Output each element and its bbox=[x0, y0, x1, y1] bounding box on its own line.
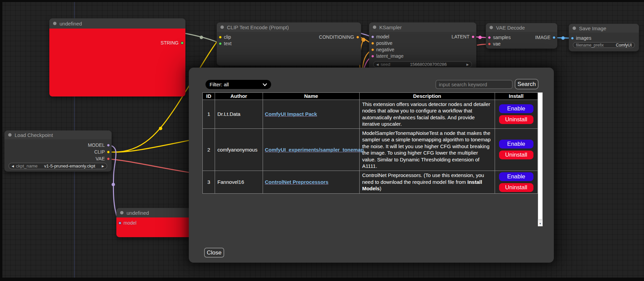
input-dot-positive[interactable] bbox=[371, 42, 374, 45]
input-dot-vae[interactable] bbox=[488, 42, 491, 46]
input-slot-images[interactable]: images bbox=[571, 35, 591, 41]
node-collapse-dot-icon[interactable] bbox=[573, 27, 576, 30]
node-title-bar[interactable]: Load Checkpoint bbox=[4, 130, 112, 139]
scrollbar-down-arrow-icon[interactable]: ▼ bbox=[538, 221, 543, 226]
enable-button[interactable]: Enable bbox=[499, 104, 533, 113]
ckpt-widget-value[interactable]: v1-5-pruned-emaonly.ckpt bbox=[40, 163, 100, 169]
extension-name-link[interactable]: ComfyUI Impact Pack bbox=[265, 111, 317, 117]
link-dot-string[interactable] bbox=[200, 36, 203, 39]
output-dot-model[interactable] bbox=[107, 144, 110, 147]
comfyui-canvas[interactable]: undefined STRING CLIP Text Encode (Promp… bbox=[0, 0, 644, 281]
close-button[interactable]: Close bbox=[204, 248, 224, 258]
node-collapse-dot-icon[interactable] bbox=[53, 22, 56, 25]
extension-name-link[interactable]: ComfyUI_experiments/sampler_tonemap bbox=[265, 147, 364, 153]
input-dot-model[interactable] bbox=[371, 35, 374, 38]
input-slot-text[interactable]: text bbox=[219, 41, 232, 46]
output-slot-conditioning[interactable]: CONDITIONING bbox=[319, 34, 359, 40]
output-slot-string[interactable]: STRING bbox=[161, 40, 184, 46]
output-dot-vae[interactable] bbox=[107, 157, 110, 160]
input-slot-vae[interactable]: vae bbox=[488, 41, 501, 47]
input-slot-negative[interactable]: negative bbox=[371, 47, 394, 52]
search-input[interactable] bbox=[435, 80, 513, 89]
output-dot-image[interactable] bbox=[552, 36, 556, 39]
enable-button[interactable]: Enable bbox=[499, 140, 533, 148]
output-slot-vae[interactable]: VAE bbox=[96, 156, 110, 161]
node-title-bar[interactable]: Save Image bbox=[569, 24, 639, 33]
node-title-text: Load Checkpoint bbox=[15, 132, 53, 138]
filename-prefix-value[interactable]: ComfyUI bbox=[606, 43, 632, 48]
input-dot-negative[interactable] bbox=[371, 48, 374, 51]
output-slot-image[interactable]: IMAGE bbox=[535, 35, 556, 40]
search-button[interactable]: Search bbox=[515, 79, 539, 89]
table-scrollbar[interactable]: ▼ bbox=[538, 92, 543, 226]
link-dot-model[interactable] bbox=[112, 183, 115, 186]
input-dot-model[interactable] bbox=[118, 222, 121, 225]
ckpt-name-widget[interactable]: ◀ ckpt_name v1-5-pruned-emaonly.ckpt ▶ bbox=[9, 163, 107, 169]
node-clip-text-encode[interactable]: CLIP Text Encode (Prompt) clip text COND… bbox=[217, 22, 361, 66]
input-dot-latent-image[interactable] bbox=[371, 55, 374, 58]
node-body[interactable]: STRING bbox=[49, 29, 185, 96]
link-dot-conditioning[interactable] bbox=[361, 38, 365, 42]
input-slot-model[interactable]: model bbox=[118, 220, 136, 226]
link-dot-latent[interactable] bbox=[478, 36, 482, 39]
node-title-bar[interactable]: VAE Decode bbox=[486, 23, 557, 32]
table-row: 3 Fannovel16 ControlNet Preprocessors Co… bbox=[203, 171, 538, 193]
input-slot-model[interactable]: model bbox=[371, 34, 389, 39]
scrollbar-thumb[interactable] bbox=[538, 92, 543, 219]
output-dot-string[interactable] bbox=[181, 41, 184, 45]
seed-widget-value[interactable]: 156680208700286 bbox=[392, 62, 464, 67]
input-slot-samples[interactable]: samples bbox=[488, 35, 511, 40]
output-dot-latent[interactable] bbox=[472, 35, 475, 38]
node-collapse-dot-icon[interactable] bbox=[490, 26, 493, 29]
input-slot-positive[interactable]: positive bbox=[371, 40, 392, 46]
seed-decrement-icon[interactable]: ◀ bbox=[376, 63, 379, 66]
output-slot-model[interactable]: MODEL bbox=[88, 142, 110, 148]
input-dot-clip[interactable] bbox=[219, 36, 222, 39]
input-label: clip bbox=[224, 34, 231, 40]
link-dot-clip[interactable] bbox=[159, 127, 162, 130]
header-author: Author bbox=[215, 93, 263, 100]
extension-manager-dialog: Filter: all Search ID Author Name Descri… bbox=[189, 68, 554, 263]
enable-button[interactable]: Enable bbox=[499, 172, 533, 181]
output-slot-latent[interactable]: LATENT bbox=[451, 34, 475, 39]
node-collapse-dot-icon[interactable] bbox=[120, 211, 123, 214]
filename-prefix-widget[interactable]: filename_prefix ComfyUI bbox=[573, 42, 635, 48]
seed-widget[interactable]: ◀ seed 156680208700286 ▶ bbox=[373, 61, 472, 68]
node-load-checkpoint[interactable]: Load Checkpoint MODEL CLIP VAE ◀ ckpt_na… bbox=[4, 130, 112, 172]
node-save-image[interactable]: Save Image images filename_prefix ComfyU… bbox=[569, 24, 639, 51]
output-dot-conditioning[interactable] bbox=[356, 36, 359, 39]
uninstall-button[interactable]: Uninstall bbox=[499, 183, 533, 192]
node-title-bar[interactable]: CLIP Text Encode (Prompt) bbox=[217, 22, 361, 32]
node-title-bar[interactable]: undefined bbox=[49, 18, 185, 29]
node-title-text: Save Image bbox=[579, 25, 606, 31]
ckpt-prev-icon[interactable]: ◀ bbox=[12, 164, 14, 168]
input-label: text bbox=[224, 41, 232, 46]
node-collapse-dot-icon[interactable] bbox=[8, 133, 12, 137]
input-slot-clip[interactable]: clip bbox=[219, 34, 231, 40]
extension-name-link[interactable]: ControlNet Preprocessors bbox=[265, 179, 329, 185]
output-dot-clip[interactable] bbox=[107, 151, 110, 154]
input-dot-samples[interactable] bbox=[488, 36, 491, 39]
node-collapse-dot-icon[interactable] bbox=[220, 25, 224, 29]
node-collapse-dot-icon[interactable] bbox=[373, 25, 376, 29]
input-slot-latent-image[interactable]: latent_image bbox=[371, 53, 403, 59]
node-undefined-string[interactable]: undefined STRING bbox=[49, 18, 185, 96]
output-label: MODEL bbox=[88, 142, 105, 148]
filter-dropdown[interactable]: Filter: all bbox=[205, 80, 271, 89]
input-dot-images[interactable] bbox=[571, 37, 574, 40]
link-dot-image[interactable] bbox=[561, 36, 565, 40]
extension-table: ID Author Name Description Install 1 Dr.… bbox=[202, 92, 538, 194]
node-vae-decode[interactable]: VAE Decode samples vae IMAGE bbox=[486, 23, 557, 49]
uninstall-button[interactable]: Uninstall bbox=[499, 151, 533, 159]
node-title-bar[interactable]: KSampler bbox=[369, 22, 476, 32]
node-title-text: undefined bbox=[60, 21, 82, 27]
input-dot-text[interactable] bbox=[219, 42, 222, 45]
extension-description: This extension offers various detector n… bbox=[360, 100, 495, 128]
header-description: Description bbox=[360, 93, 495, 100]
seed-increment-icon[interactable]: ▶ bbox=[466, 63, 469, 66]
uninstall-button[interactable]: Uninstall bbox=[499, 115, 533, 124]
output-slot-clip[interactable]: CLIP bbox=[94, 149, 110, 155]
ckpt-next-icon[interactable]: ▶ bbox=[102, 164, 104, 168]
canvas-left-edge bbox=[0, 0, 2, 281]
node-ksampler[interactable]: KSampler model positive negative latent_… bbox=[369, 22, 476, 70]
